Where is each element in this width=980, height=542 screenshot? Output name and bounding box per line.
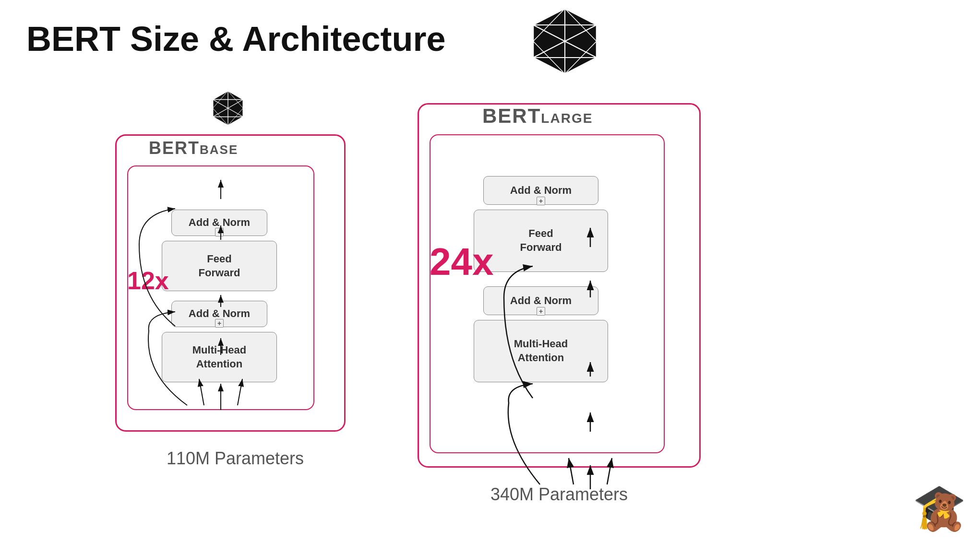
bert-large-feed-forward: FeedForward — [474, 210, 608, 272]
plus-icon-large-bottom: + — [537, 307, 545, 316]
bert-base-label: BERTBASE — [149, 138, 238, 158]
bert-large-multi-head: Multi-HeadAttention — [474, 320, 608, 382]
bert-base-feed-forward: FeedForward — [162, 241, 277, 291]
bert-base-icon — [206, 89, 250, 132]
mascot-body: 🧸 — [921, 491, 967, 533]
bert-large-add-norm-bottom: Add & Norm + — [483, 286, 598, 315]
plus-icon-base-bottom: + — [215, 319, 224, 328]
bert-large-inner: Add & Norm + FeedForward Add & Norm + Mu… — [430, 134, 665, 453]
bert-base-add-norm-bottom: Add & Norm + — [171, 301, 267, 327]
plus-icon-large-top: + — [537, 197, 545, 205]
bert-large-icon — [526, 5, 605, 84]
bert-base-repeat: 12x — [127, 266, 169, 295]
plus-icon-base-top: + — [215, 228, 224, 236]
bert-base-multi-head: Multi-HeadAttention — [162, 332, 277, 382]
bert-large-params: 340M Parameters — [418, 484, 701, 505]
bert-base-params: 110M Parameters — [127, 448, 343, 469]
bert-base-add-norm-top: Add & Norm + — [171, 210, 267, 236]
page-title: BERT Size & Architecture — [26, 19, 446, 59]
bert-large-add-norm-top: Add & Norm + — [483, 176, 598, 205]
bert-large-repeat: 24x — [430, 240, 493, 284]
bert-large-label: BERTLARGE — [482, 105, 593, 128]
